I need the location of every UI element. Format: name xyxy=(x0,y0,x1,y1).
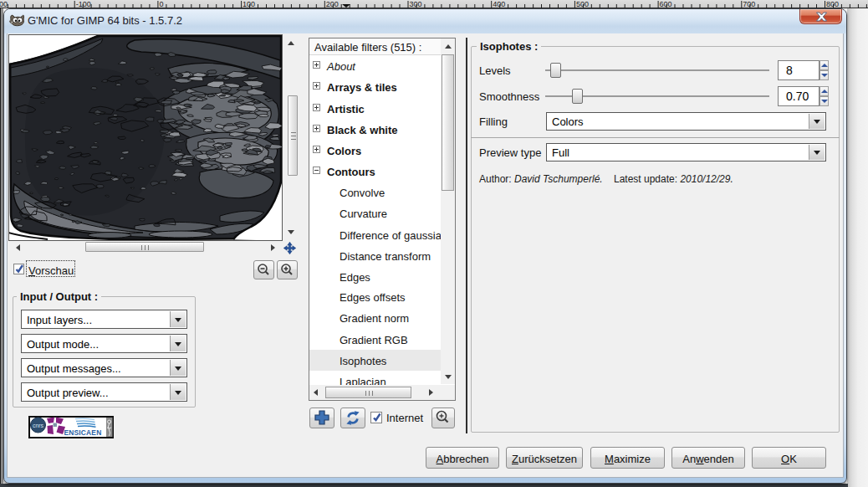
svg-text:400: 400 xyxy=(493,0,505,8)
svg-text:600: 600 xyxy=(660,0,672,8)
svg-text:0: 0 xyxy=(159,0,163,8)
svg-text:-200: -200 xyxy=(0,0,8,8)
svg-text:700: 700 xyxy=(743,0,755,8)
svg-text:cnrs: cnrs xyxy=(33,423,44,428)
svg-text:200: 200 xyxy=(326,0,339,8)
svg-text:-100: -100 xyxy=(76,0,91,8)
svg-text:500: 500 xyxy=(576,0,589,8)
svg-text:100: 100 xyxy=(243,0,255,8)
svg-text:300: 300 xyxy=(410,0,422,8)
svg-text:800: 800 xyxy=(826,0,839,8)
svg-text:ENSICAEN: ENSICAEN xyxy=(64,428,102,437)
